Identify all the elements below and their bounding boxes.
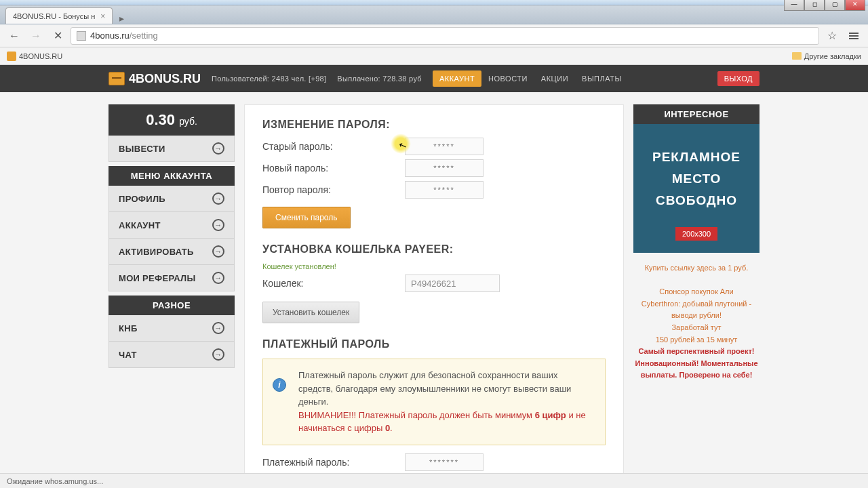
wallet-set-note: Кошелек установлен!	[262, 262, 606, 270]
bookmark-star-icon[interactable]: ☆	[823, 27, 841, 45]
sponsor-link-2[interactable]: Cyberthron: добывай плутоний - выводи ру…	[633, 298, 760, 322]
main-panel: ИЗМЕНЕНИЕ ПАРОЛЯ: Старый пароль: Новый п…	[244, 104, 624, 488]
status-bar: Ожидание whos.amung.us...	[0, 473, 868, 488]
sidebar-item-account[interactable]: АККАУНТ	[108, 212, 235, 239]
tab-title: 4BONUS.RU - Бонусы н	[13, 12, 95, 20]
sidebar-item-profile[interactable]: ПРОФИЛЬ	[108, 186, 235, 212]
old-password-label: Старый пароль:	[262, 141, 405, 152]
address-bar: ← → ✕ 4bonus.ru/setting ☆	[0, 24, 868, 47]
page-content: 0.30 руб. ВЫВЕСТИ МЕНЮ АККАУНТА ПРОФИЛЬ …	[108, 92, 760, 488]
site-logo[interactable]: 4BONUS.RU	[108, 72, 201, 86]
site-header: 4BONUS.RU Пользователей: 2483 чел. [+98]…	[0, 65, 868, 92]
info-icon: i	[273, 378, 286, 392]
old-password-input[interactable]	[405, 138, 484, 155]
wallet-label: Кошелек:	[262, 278, 405, 289]
exit-button[interactable]: ВЫХОД	[717, 71, 760, 86]
nav-account[interactable]: АККАУНТ	[433, 70, 481, 87]
buy-link[interactable]: Купить ссылку здесь за 1 руб.	[633, 262, 760, 274]
other-bookmarks[interactable]: Другие закладки	[792, 52, 861, 60]
sponsor-link-4[interactable]: 150 рублей за 15 минут	[633, 334, 760, 346]
right-column: ИНТЕРЕСНОЕ РЕКЛАМНОЕ МЕСТО СВОБОДНО 200x…	[633, 104, 760, 488]
nav-promo[interactable]: АКЦИИ	[534, 70, 575, 87]
ad-links: Купить ссылку здесь за 1 руб. Спонсор по…	[633, 262, 760, 382]
ad-size-badge: 200x300	[675, 227, 717, 241]
logo-icon	[108, 72, 125, 85]
stats-users: Пользователей: 2483 чел. [+98]	[212, 75, 326, 83]
best-link-1[interactable]: Самый перспективный проект!	[633, 346, 760, 358]
nav-news[interactable]: НОВОСТИ	[481, 70, 534, 87]
stats-paid: Выплачено: 728.38 руб	[337, 75, 422, 83]
set-wallet-button[interactable]: Установить кошелек	[262, 302, 359, 323]
wallet-section-title: УСТАНОВКА КОШЕЛЬКА PAYEER:	[262, 243, 606, 256]
arrow-icon	[212, 272, 224, 284]
balance-box: 0.30 руб.	[108, 104, 235, 136]
sidebar-other-title: РАЗНОЕ	[108, 296, 235, 315]
window-maximize[interactable]: ▢	[825, 0, 845, 11]
change-password-button[interactable]: Сменить пароль	[262, 207, 351, 228]
arrow-icon	[212, 142, 224, 155]
window-close[interactable]: ✕	[845, 0, 865, 11]
url-input[interactable]: 4bonus.ru/setting	[71, 27, 819, 45]
window-restore[interactable]: ◻	[804, 0, 825, 11]
arrow-icon	[212, 219, 224, 231]
folder-icon	[792, 52, 802, 60]
header-nav: АККАУНТ НОВОСТИ АКЦИИ ВЫПЛАТЫ	[433, 70, 629, 87]
sidebar-menu-title: МЕНЮ АККАУНТА	[108, 166, 235, 186]
sidebar-item-chat[interactable]: ЧАТ	[108, 342, 235, 368]
tab-strip: 4BONUS.RU - Бонусы н × ▸	[0, 5, 868, 24]
withdraw-button[interactable]: ВЫВЕСТИ	[108, 136, 235, 162]
bookmark-favicon	[7, 52, 16, 61]
wallet-input[interactable]	[405, 274, 500, 292]
sponsor-link-1[interactable]: Спонсор покупок Али	[633, 286, 760, 298]
forward-button[interactable]: →	[27, 27, 45, 45]
browser-tab[interactable]: 4BONUS.RU - Бонусы н ×	[5, 7, 113, 24]
back-button[interactable]: ←	[5, 27, 23, 45]
browser-menu-button[interactable]	[845, 27, 863, 45]
arrow-icon	[212, 192, 224, 205]
stop-button[interactable]: ✕	[49, 27, 66, 45]
info-box: i Платежный пароль служит для безопасной…	[262, 359, 606, 445]
window-titlebar: — ◻ ▢ ✕	[0, 0, 868, 5]
sidebar: 0.30 руб. ВЫВЕСТИ МЕНЮ АККАУНТА ПРОФИЛЬ …	[108, 104, 235, 488]
new-password-label: Новый пароль:	[262, 163, 405, 174]
repeat-password-input[interactable]	[405, 181, 484, 199]
bookmark-bar: 4BONUS.RU Другие закладки	[0, 47, 868, 65]
sponsor-link-3[interactable]: Заработай тут	[633, 322, 760, 334]
arrow-icon	[212, 245, 224, 258]
repeat-password-label: Повтор пароля:	[262, 184, 405, 195]
nav-payouts[interactable]: ВЫПЛАТЫ	[575, 70, 629, 87]
arrow-icon	[212, 322, 224, 334]
ad-header: ИНТЕРЕСНОЕ	[633, 104, 760, 124]
ad-banner[interactable]: РЕКЛАМНОЕ МЕСТО СВОБОДНО 200x300	[633, 124, 760, 253]
sidebar-item-knb[interactable]: КНБ	[108, 315, 235, 342]
payment-password-input[interactable]	[405, 453, 484, 471]
sidebar-item-activate[interactable]: АКТИВИРОВАТЬ	[108, 239, 235, 265]
arrow-icon	[212, 348, 224, 361]
best-link-2[interactable]: Инновационный! Моментальные выплаты. Про…	[633, 358, 760, 382]
payment-password-title: ПЛАТЕЖНЫЙ ПАРОЛЬ	[262, 338, 606, 350]
password-section-title: ИЗМЕНЕНИЕ ПАРОЛЯ:	[262, 119, 606, 131]
payment-password-label: Платежный пароль:	[262, 457, 405, 468]
hamburger-icon	[849, 33, 859, 39]
new-tab-button[interactable]: ▸	[115, 13, 128, 24]
window-minimize[interactable]: —	[784, 0, 804, 11]
page-icon	[77, 31, 86, 41]
new-password-input[interactable]	[405, 159, 484, 177]
sidebar-item-referrals[interactable]: МОИ РЕФЕРАЛЫ	[108, 265, 235, 291]
bookmark-item[interactable]: 4BONUS.RU	[7, 52, 62, 61]
tab-close-icon[interactable]: ×	[100, 12, 105, 21]
